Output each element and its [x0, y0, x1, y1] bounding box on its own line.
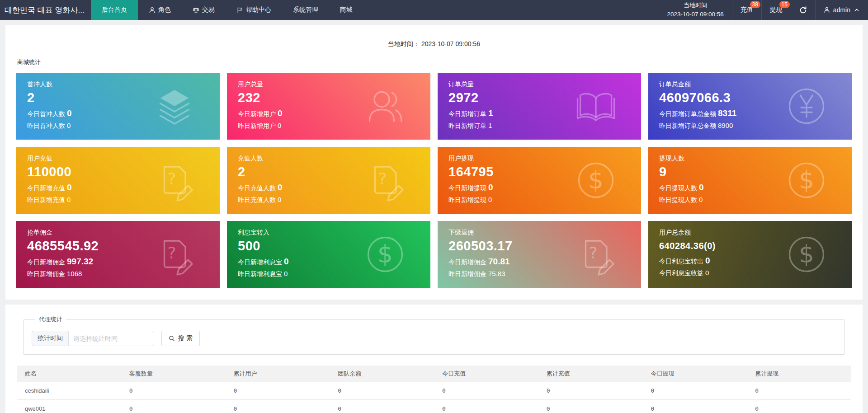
stat-yesterday-label: 今日利息宝收益 [659, 269, 703, 277]
stat-yesterday-label: 昨日新增提现 [448, 196, 486, 203]
menu-label: 系统管理 [293, 6, 318, 14]
menu-item-home[interactable]: 后台首页 [91, 0, 138, 20]
top-navbar: 대한민국 대표 영화사... 后台首页 角色 交易 帮助中心 系统管理 商城 当… [0, 0, 868, 20]
stat-card-total-order-amount: 订单总金额 46097066.3 今日新增订单总金额8311 昨日新增订单总金额… [648, 73, 852, 140]
cell-value: 0 [121, 382, 226, 400]
stat-card-sub-commission: 下级返佣 260503.17 今日新增佣金70.81 昨日新增佣金75.83 [438, 221, 641, 288]
stat-yesterday-label: 昨日新增佣金 [448, 270, 486, 277]
stat-yesterday-label: 昨日新增佣金 [27, 270, 65, 277]
stat-yesterday-value: 0 [699, 196, 703, 203]
stat-time-group: 统计时间 [32, 331, 154, 346]
user-icon [149, 7, 156, 14]
stat-today-label: 今日新增订单总金额 [659, 110, 716, 117]
stat-card-interest-transfer-in: 利息宝转入 500 今日新增利息宝0 昨日新增利息宝0 [227, 221, 430, 288]
doc-edit-icon [153, 159, 196, 202]
stat-yesterday-value: 0 [488, 196, 492, 203]
menu-item-trade[interactable]: 交易 [182, 0, 226, 20]
mall-stats-panel: 当地时间： 2023-10-07 09:00:56 商城统计 首冲人数 2 今日… [5, 25, 863, 300]
stat-today-value: 70.81 [488, 257, 510, 266]
stat-yesterday-value: 0 [284, 270, 288, 277]
section-title-mall-stats: 商城统计 [17, 58, 851, 66]
withdraw-button[interactable]: 提现 15 [761, 0, 791, 20]
stat-card-first-charge-users: 首冲人数 2 今日首冲人数0 昨日首冲人数0 [16, 73, 220, 140]
agent-table-header-row: 姓名 客服数量 累计用户 团队余额 今日充值 累计充值 今日提现 累计提现 [17, 366, 851, 382]
scales-icon [193, 7, 199, 14]
cell-value: 0 [330, 400, 434, 413]
col-name: 姓名 [17, 366, 121, 382]
stat-today-label: 今日首冲人数 [27, 110, 65, 117]
cell-value: 0 [434, 382, 538, 400]
refresh-button[interactable] [791, 0, 815, 20]
cell-name: ceshidaili [17, 382, 121, 400]
stat-today-label: 今日新增用户 [238, 110, 276, 117]
col-service-count: 客服数量 [121, 366, 226, 382]
stat-today-value: 0 [699, 183, 704, 192]
stat-today-value: 0 [278, 108, 283, 118]
stat-today-label: 今日新增提现 [448, 184, 486, 192]
users-icon [363, 84, 407, 128]
agent-stats-legend: 代理统计 [35, 315, 66, 324]
agent-table: 姓名 客服数量 累计用户 团队余额 今日充值 累计充值 今日提现 累计提现 ce… [17, 366, 851, 413]
stat-yesterday-value: 0 [278, 196, 281, 203]
stat-yesterday-label: 昨日首冲人数 [27, 122, 65, 129]
stat-time-input[interactable] [68, 331, 154, 346]
stat-today-value: 0 [67, 183, 72, 192]
yen-circle-icon [785, 84, 828, 128]
menu-label: 交易 [202, 6, 215, 14]
cell-value: 0 [643, 400, 747, 413]
stat-yesterday-value: 0 [67, 122, 71, 129]
cell-value: 0 [121, 400, 226, 413]
stat-yesterday-label: 昨日提现人数 [659, 196, 697, 203]
page-local-time-label: 当地时间： [388, 40, 420, 47]
doc-edit-icon [363, 159, 407, 202]
stat-card-total-users: 用户总量 232 今日新增用户0 昨日新增用户0 [227, 73, 430, 140]
menu-item-system[interactable]: 系统管理 [282, 0, 329, 20]
menu-item-mall[interactable]: 商城 [329, 0, 363, 20]
layers-icon [153, 84, 196, 128]
dollar-circle-icon [785, 233, 828, 276]
dollar-circle-icon [363, 233, 407, 276]
recharge-badge: 38 [750, 1, 760, 8]
search-icon [169, 335, 175, 342]
menu-item-roles[interactable]: 角色 [138, 0, 182, 20]
search-button[interactable]: 搜 索 [161, 331, 200, 346]
stat-card-total-orders: 订单总量 2972 今日新增订单1 昨日新增订单1 [438, 73, 641, 140]
col-total-withdraw: 累计提现 [747, 366, 851, 382]
local-time-value: 2023-10-07 09:00:56 [667, 10, 724, 19]
menu-label: 帮助中心 [246, 6, 271, 14]
stat-today-label: 今日新增订单 [448, 110, 486, 117]
cell-value: 0 [538, 400, 643, 413]
col-total-recharge: 累计充值 [538, 366, 643, 382]
recharge-button[interactable]: 充值 38 [732, 0, 761, 20]
stat-cards-grid: 首冲人数 2 今日首冲人数0 昨日首冲人数0 用户总量 232 今日新增用户0 … [16, 73, 852, 288]
menu-label: 商城 [340, 6, 353, 14]
menu-item-help-center[interactable]: 帮助中心 [226, 0, 282, 20]
stat-today-value: 0 [284, 257, 289, 266]
refresh-icon [799, 6, 807, 14]
brand-title: 대한민국 대표 영화사... [0, 0, 91, 20]
stat-yesterday-label: 昨日新增利息宝 [238, 270, 282, 277]
doc-edit-icon [574, 233, 618, 276]
menu-label: 角色 [158, 6, 171, 14]
stat-today-label: 今日新增充值 [27, 184, 65, 192]
stat-yesterday-value: 75.83 [488, 270, 505, 277]
agent-stats-panel: 代理统计 统计时间 搜 索 姓名 客服数量 累计用户 团队余额 今日充值 累计充… [5, 305, 863, 413]
stat-yesterday-value: 0 [705, 269, 709, 277]
cell-value: 0 [538, 382, 643, 400]
user-menu[interactable]: admin [815, 0, 868, 20]
col-total-users: 累计用户 [226, 366, 330, 382]
stat-today-label: 今日利息宝转出 [659, 258, 703, 265]
book-icon [574, 84, 618, 128]
stat-yesterday-label: 昨日新增订单总金额 [659, 122, 716, 129]
stat-today-label: 今日提现人数 [659, 184, 697, 192]
stat-today-label: 今日充值人数 [238, 184, 276, 192]
stat-yesterday-value: 0 [67, 196, 71, 203]
col-today-withdraw: 今日提现 [643, 366, 747, 382]
stat-today-value: 0 [488, 183, 493, 192]
cell-value: 0 [643, 382, 747, 400]
dollar-circle-icon [574, 159, 618, 202]
cell-name: qwe001 [17, 400, 121, 413]
stat-yesterday-value: 8900 [718, 122, 733, 129]
stat-yesterday-value: 1068 [67, 270, 82, 277]
navbar-actions: 当地时间 2023-10-07 09:00:56 充值 38 提现 15 adm… [659, 0, 868, 20]
